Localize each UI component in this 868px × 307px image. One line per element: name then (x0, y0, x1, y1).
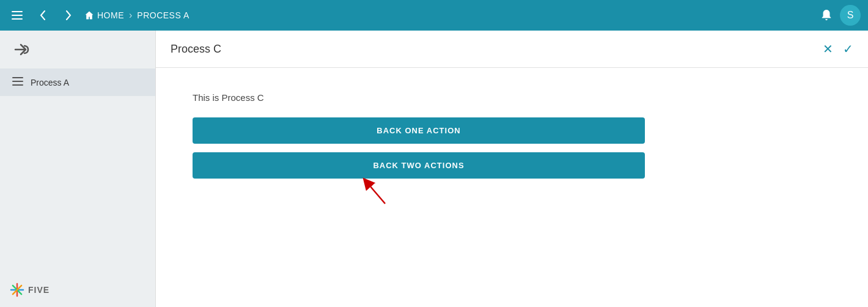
confirm-button[interactable]: ✓ (843, 42, 853, 56)
five-logo: FIVE (10, 283, 50, 297)
content-area: Process C ✕ ✓ This is Process C BACK ONE… (156, 31, 868, 307)
red-arrow-icon (358, 176, 394, 207)
user-initial: S (847, 10, 854, 21)
svg-rect-0 (12, 11, 23, 12)
process-card-title: Process C (171, 43, 221, 56)
back-one-action-button[interactable]: BACK ONE ACTION (193, 117, 645, 144)
svg-line-10 (367, 182, 385, 204)
check-icon: ✓ (843, 42, 853, 56)
svg-rect-4 (12, 81, 23, 82)
hamburger-icon (12, 77, 23, 87)
arrow-annotation (193, 187, 645, 218)
sidebar: Process A FIVE (0, 31, 156, 307)
process-card-actions: ✕ ✓ (823, 42, 853, 56)
close-icon: ✕ (823, 42, 833, 56)
share-button[interactable] (0, 31, 155, 68)
close-button[interactable]: ✕ (823, 42, 833, 56)
nav-right: S (820, 5, 861, 26)
back-two-actions-button[interactable]: BACK TWO ACTIONS (193, 152, 645, 179)
breadcrumb-separator: › (129, 10, 132, 21)
home-link[interactable]: HOME (84, 10, 124, 20)
process-content: This is Process C BACK ONE ACTION BACK T… (156, 68, 868, 307)
forward-button[interactable] (59, 6, 78, 25)
nav-left: HOME › PROCESS A (7, 6, 814, 25)
breadcrumb: HOME › PROCESS A (84, 10, 189, 21)
svg-rect-2 (12, 18, 23, 20)
five-logo-icon (10, 283, 24, 297)
bell-icon (820, 9, 833, 22)
main-layout: Process A FIVE Process C ✕ (0, 31, 868, 307)
menu-button[interactable] (7, 6, 27, 25)
svg-rect-3 (12, 77, 23, 78)
svg-rect-5 (12, 84, 23, 86)
process-description: This is Process C (193, 92, 831, 103)
user-avatar[interactable]: S (840, 5, 861, 26)
home-label: HOME (97, 10, 124, 20)
sidebar-item-label: Process A (31, 78, 69, 87)
notifications-button[interactable] (820, 9, 833, 22)
back-button[interactable] (33, 6, 53, 25)
process-card-header: Process C ✕ ✓ (156, 31, 868, 68)
top-nav: HOME › PROCESS A S (0, 0, 868, 31)
five-logo-text: FIVE (28, 285, 50, 295)
svg-rect-1 (12, 15, 23, 16)
home-icon (84, 10, 94, 20)
share-icon (12, 42, 31, 57)
sidebar-footer: FIVE (10, 283, 50, 297)
breadcrumb-current: PROCESS A (137, 10, 189, 20)
sidebar-item-process-a[interactable]: Process A (0, 68, 155, 96)
